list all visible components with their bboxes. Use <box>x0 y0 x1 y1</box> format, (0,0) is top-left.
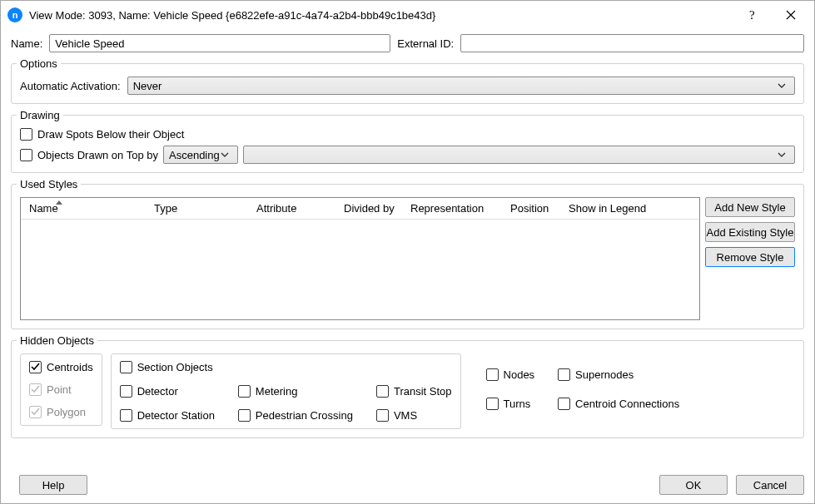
centroid-connections-checkbox[interactable]: Centroid Connections <box>558 398 679 410</box>
options-group: Options Automatic Activation: Never <box>11 57 804 104</box>
used-styles-legend: Used Styles <box>17 178 81 190</box>
sort-expression-select[interactable] <box>243 146 795 164</box>
remove-style-button[interactable]: Remove Style <box>705 247 795 267</box>
styles-table-header: Name Type Attribute Divided by Represent… <box>21 198 699 220</box>
checkbox-box <box>20 128 32 141</box>
checkbox-box <box>486 398 499 410</box>
dialog: n View Mode: 3093, Name: Vehicle Speed {… <box>0 0 815 504</box>
used-styles-body: Name Type Attribute Divided by Represent… <box>20 197 795 320</box>
checkbox-box <box>120 385 132 398</box>
external-id-label: External ID: <box>397 37 454 50</box>
help-icon[interactable]: ? <box>736 2 773 27</box>
pedestrian-crossing-label: Pedestrian Crossing <box>256 409 353 422</box>
pedestrian-crossing-checkbox[interactable]: Pedestrian Crossing <box>238 409 353 422</box>
checkbox-box <box>558 368 570 381</box>
metering-label: Metering <box>256 385 298 398</box>
checkbox-box <box>486 368 499 381</box>
name-label: Name: <box>11 37 42 50</box>
section-objects-checkbox[interactable]: Section Objects <box>120 361 215 373</box>
turns-label: Turns <box>504 398 531 410</box>
sort-direction-select[interactable]: Ascending <box>163 146 238 164</box>
section-objects-label: Section Objects <box>137 361 213 373</box>
hidden-objects-group: Hidden Objects Centroids Point <box>11 334 804 438</box>
metering-checkbox[interactable]: Metering <box>238 385 353 398</box>
objects-on-top-checkbox[interactable]: Objects Drawn on Top by <box>20 149 158 161</box>
auto-activation-row: Automatic Activation: Never <box>20 77 795 95</box>
styles-table-rows <box>21 220 699 319</box>
vms-label: VMS <box>394 409 417 422</box>
auto-activation-value: Never <box>133 80 778 92</box>
draw-below-label: Draw Spots Below their Object <box>37 128 184 141</box>
drawing-legend: Drawing <box>17 109 63 121</box>
section-columns: Section Objects Detector Detector Statio… <box>120 361 452 422</box>
checkbox-box <box>376 409 389 422</box>
checkbox-box <box>238 385 251 398</box>
detector-station-checkbox[interactable]: Detector Station <box>120 409 215 422</box>
col-divided-by[interactable]: Divided by <box>340 202 407 215</box>
chevron-down-icon <box>221 152 234 157</box>
col-name[interactable]: Name <box>26 202 151 215</box>
options-legend: Options <box>17 57 61 70</box>
titlebar: n View Mode: 3093, Name: Vehicle Speed {… <box>1 1 814 29</box>
window-title: View Mode: 3093, Name: Vehicle Speed {e6… <box>29 9 736 22</box>
centroids-checkbox[interactable]: Centroids <box>29 361 93 373</box>
name-input[interactable] <box>49 34 390 52</box>
hidden-group-graph: Nodes Turns Supernodes <box>470 353 680 410</box>
cancel-button[interactable]: Cancel <box>736 475 804 495</box>
ok-button[interactable]: OK <box>659 475 728 495</box>
objects-on-top-label: Objects Drawn on Top by <box>37 149 158 161</box>
turns-checkbox[interactable]: Turns <box>486 398 535 410</box>
checkbox-box <box>20 149 32 161</box>
transit-stop-checkbox[interactable]: Transit Stop <box>376 385 452 398</box>
hidden-group-sections: Section Objects Detector Detector Statio… <box>111 353 461 429</box>
svg-text:?: ? <box>749 8 755 22</box>
supernodes-label: Supernodes <box>575 368 634 381</box>
draw-below-checkbox[interactable]: Draw Spots Below their Object <box>20 128 795 141</box>
styles-table[interactable]: Name Type Attribute Divided by Represent… <box>20 197 700 320</box>
dialog-content: Name: External ID: Options Automatic Act… <box>1 29 814 468</box>
checkbox-box <box>29 361 42 373</box>
point-label: Point <box>47 383 72 396</box>
col-show-in-legend[interactable]: Show in Legend <box>565 202 699 215</box>
detector-label: Detector <box>137 385 178 398</box>
objects-on-top-row: Objects Drawn on Top by Ascending <box>20 146 795 164</box>
checkbox-box <box>120 409 132 422</box>
nodes-checkbox[interactable]: Nodes <box>486 368 535 381</box>
dialog-footer: Help OK Cancel <box>1 468 814 503</box>
col-position[interactable]: Position <box>507 202 565 215</box>
chevron-down-icon <box>778 83 791 88</box>
external-id-input[interactable] <box>460 34 804 52</box>
col-representation[interactable]: Representation <box>407 202 507 215</box>
auto-activation-label: Automatic Activation: <box>20 80 121 92</box>
drawing-group: Drawing Draw Spots Below their Object Ob… <box>11 109 804 173</box>
auto-activation-select[interactable]: Never <box>127 77 795 95</box>
centroids-label: Centroids <box>47 361 93 373</box>
nodes-label: Nodes <box>504 368 535 381</box>
vms-checkbox[interactable]: VMS <box>376 409 452 422</box>
checkbox-box <box>238 409 251 422</box>
hidden-group-centroids: Centroids Point Polygon <box>20 353 102 426</box>
col-attribute[interactable]: Attribute <box>253 202 340 215</box>
checkbox-box <box>29 383 42 396</box>
detector-checkbox[interactable]: Detector <box>120 385 215 398</box>
help-button[interactable]: Help <box>19 475 87 495</box>
hidden-objects-body: Centroids Point Polygon <box>20 353 795 429</box>
supernodes-checkbox[interactable]: Supernodes <box>558 368 679 381</box>
used-styles-group: Used Styles Name Type Attribute Divided … <box>11 178 804 329</box>
transit-stop-label: Transit Stop <box>394 385 452 398</box>
polygon-label: Polygon <box>47 406 86 418</box>
close-icon[interactable] <box>773 2 809 27</box>
checkbox-box <box>376 385 389 398</box>
checkbox-box <box>120 361 132 373</box>
spacer <box>376 361 452 373</box>
add-existing-style-button[interactable]: Add Existing Style <box>705 222 795 242</box>
chevron-down-icon <box>778 152 791 157</box>
point-checkbox: Point <box>29 383 93 396</box>
col-type[interactable]: Type <box>151 202 253 215</box>
add-new-style-button[interactable]: Add New Style <box>705 197 795 217</box>
style-buttons: Add New Style Add Existing Style Remove … <box>705 197 795 320</box>
polygon-checkbox: Polygon <box>29 406 93 418</box>
checkbox-box <box>558 398 570 410</box>
checkbox-box <box>29 406 42 418</box>
app-icon: n <box>7 7 22 22</box>
